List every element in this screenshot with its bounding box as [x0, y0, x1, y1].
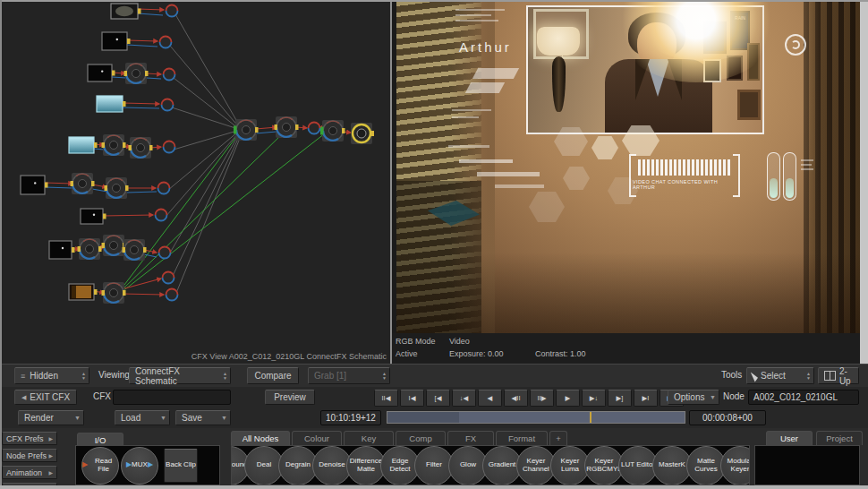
cfx-label: CFX: [93, 391, 111, 401]
dropdown-arrow-icon: ▼: [710, 394, 716, 400]
render-toolbar: Render▼ Load▼ Save▼ 10:10:19+12 00:00:08…: [0, 408, 868, 428]
viewer-info-bar: RGB Mode Video Active Exposure: 0.00 Con…: [392, 333, 862, 364]
play-reverse-button[interactable]: ◀: [478, 390, 502, 407]
prev-keyframe-button[interactable]: I◀: [400, 390, 424, 407]
node-bin-shelf: CompoundDealDegrainDenoiseDifference Mat…: [231, 445, 750, 485]
step-forward-button[interactable]: II▶: [530, 390, 554, 407]
tools-label: Tools: [721, 370, 742, 380]
read-file-icon: ▶: [82, 461, 88, 469]
transport-controls: II◀I◀[◀↓◀◀◀IIII▶▶▶↓▶]▶I▶II: [374, 390, 685, 407]
chat-status-module: VIDEO CHAT CONNECTED WITH ARTHUR: [629, 154, 740, 193]
window-border: [0, 0, 2, 485]
tab-key[interactable]: Key: [344, 431, 394, 445]
read-file-node[interactable]: ▶ Read File: [81, 447, 119, 485]
hud-chevron: [465, 82, 505, 93]
dropdown-arrow-icon: ▼: [160, 415, 166, 421]
tab-colour[interactable]: Colour: [292, 431, 342, 445]
chat-status-label: VIDEO CHAT CONNECTED WITH ARTHUR: [633, 179, 736, 190]
connectfx-schematic-canvas[interactable]: CFX View A002_C012_0210GL ConnectFX Sche…: [2, 2, 392, 364]
cursor-icon: [751, 370, 759, 382]
dropdown-arrow-icon: ▼: [221, 415, 227, 421]
dropdown-arrow-icon: ▼: [74, 415, 81, 421]
exit-cfx-button[interactable]: ◀EXIT CFX: [14, 390, 77, 405]
cfx-name-input[interactable]: [113, 390, 231, 405]
right-border-strip: [860, 0, 868, 364]
node-graph[interactable]: [2, 2, 390, 364]
cfx-toolbar: ◀EXIT CFX CFX Preview II◀I◀[◀↓◀◀◀IIII▶▶▶…: [0, 387, 868, 408]
timeline-slider[interactable]: [387, 411, 685, 424]
sidebar-button-cfx-prefs[interactable]: CFX Prefs▶: [2, 432, 57, 445]
hud-hexagon: [563, 167, 590, 190]
render-dropdown[interactable]: Render▼: [18, 410, 84, 425]
next-keyframe-button[interactable]: ▶I: [634, 390, 658, 407]
viewing-label: Viewing: [98, 370, 130, 380]
contrast-value: Contrast: 1.00: [535, 349, 586, 358]
tab-fx[interactable]: FX: [447, 431, 494, 445]
next-frame-button[interactable]: ▶↓: [582, 390, 606, 407]
submenu-arrow-icon: ▶: [48, 452, 53, 459]
spinner-icon: ▲▼: [806, 372, 811, 380]
indicator-pill: [767, 152, 780, 201]
save-dropdown[interactable]: Save▼: [175, 410, 231, 425]
node-bin-panel: CFX Prefs▶Node Prefs▶Animation▶ I/O ▶ Re…: [0, 428, 868, 485]
play-button[interactable]: ▶: [556, 390, 580, 407]
schematic-caption: CFX View A002_C012_0210GL ConnectFX Sche…: [191, 352, 387, 361]
tab-project[interactable]: Project: [816, 431, 863, 445]
hud-hexagon: [591, 136, 618, 159]
io-node-shelf: ▶ Read File ▶ MUX ▶ Back Clip: [75, 445, 220, 485]
back-arrow-icon: ◀: [21, 394, 26, 401]
lamp-shade: [537, 27, 580, 56]
submenu-arrow-icon: ▶: [48, 469, 53, 476]
state-label: Active: [396, 349, 418, 358]
hud-hexagon: [529, 192, 565, 222]
node-name-input[interactable]: A002_C012_0210GL: [748, 390, 859, 405]
options-dropdown[interactable]: Options▼: [668, 390, 719, 405]
vignette: [396, 253, 860, 333]
tab-all-nodes[interactable]: All Nodes: [231, 431, 290, 445]
exposure-value: Exposure: 0.00: [449, 349, 504, 358]
viewport-layout-dropdown[interactable]: 2-Up: [818, 367, 859, 384]
go-start-button[interactable]: II◀: [374, 390, 398, 407]
sidebar-button-animation[interactable]: Animation▶: [2, 466, 57, 479]
load-dropdown[interactable]: Load▼: [115, 410, 170, 425]
hud-chevron: [472, 68, 519, 79]
mux-out-icon: ▶: [148, 461, 153, 469]
prev-cut-button[interactable]: [◀: [426, 390, 450, 407]
next-cut-button[interactable]: ▶]: [608, 390, 632, 407]
hidden-dropdown[interactable]: ≡Hidden ▲▼: [14, 367, 89, 384]
preview-button[interactable]: Preview: [265, 390, 315, 405]
step-back-button[interactable]: ◀II: [504, 390, 528, 407]
tab-format[interactable]: Format: [496, 431, 548, 445]
two-up-icon: [824, 371, 836, 381]
list-lines-icon: ≡: [21, 372, 25, 381]
mux-node[interactable]: ▶ MUX ▶: [121, 447, 158, 485]
viewer-viewport[interactable]: RAIN Arthur VIDEO CHAT CONN: [396, 2, 860, 333]
playhead[interactable]: [590, 412, 591, 423]
back-clip-button[interactable]: Back Clip: [164, 449, 198, 483]
node-modular-keyer[interactable]: Modular Keyer: [720, 446, 750, 485]
sidebar-button-node-prefs[interactable]: Node Prefs▶: [2, 449, 57, 462]
submenu-arrow-icon: ▶: [48, 435, 53, 442]
tab-user[interactable]: User: [766, 431, 813, 445]
viewing-dropdown[interactable]: ConnectFX Schematic ▲▼: [129, 367, 231, 384]
grab-dropdown[interactable]: Grab [1] ▲▼: [308, 367, 390, 384]
current-timecode: 10:10:19+12: [320, 410, 381, 425]
tab-comp[interactable]: Comp: [396, 431, 446, 445]
window-border: [0, 0, 868, 2]
mode-label: RGB Mode: [396, 337, 436, 346]
compare-button[interactable]: Compare: [247, 367, 299, 384]
user-panel: [754, 445, 860, 485]
duration-timecode: 00:00:08+00: [689, 410, 766, 425]
caller-name-label: Arthur: [459, 39, 512, 55]
barcode-strip: [638, 159, 731, 176]
spinner-icon: ▲▼: [223, 372, 227, 380]
tool-select-dropdown[interactable]: Select ▲▼: [746, 367, 814, 384]
lamp-base: [552, 56, 566, 112]
prev-frame-button[interactable]: ↓◀: [452, 390, 476, 407]
flame-connectfx-window: CFX View A002_C012_0210GL ConnectFX Sche…: [0, 0, 868, 489]
tab-add-tab[interactable]: +: [549, 431, 567, 445]
spiral-logo-icon: [785, 34, 806, 56]
spinner-icon: ▲▼: [81, 372, 86, 380]
picture-frame: [737, 90, 761, 120]
mode-value: Video: [449, 337, 470, 346]
